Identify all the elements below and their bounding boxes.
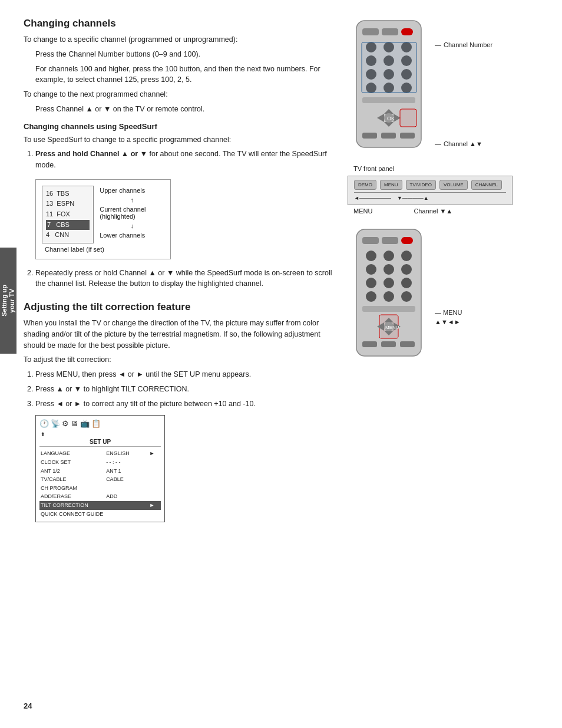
svg-rect-30 bbox=[382, 237, 398, 244]
remote-bottom-wrapper: MENU — MENU ▲▼◄► bbox=[348, 226, 513, 362]
panel-btn-tv-video: TV/VIDEO bbox=[406, 180, 436, 190]
tilt-step1: Press MENU, then press ◄ or ► until the … bbox=[35, 369, 336, 380]
setup-row-quick-connect: QUICK CONNECT GUIDE bbox=[39, 510, 161, 519]
channel-number-label: — Channel Number bbox=[435, 41, 492, 48]
panel-btn-demo: DEMO bbox=[354, 180, 376, 190]
current-channel-label: Current channel (highlighted) bbox=[100, 206, 164, 220]
left-column: Changing channels To change to a specifi… bbox=[24, 18, 336, 528]
menu-label2: — MENU bbox=[435, 309, 462, 316]
channel-va-label: Channel ▼▲ bbox=[414, 207, 452, 215]
step1-text: Press the Channel Number buttons (0–9 an… bbox=[35, 49, 336, 60]
svg-rect-24 bbox=[381, 133, 396, 139]
panel-btn-volume: VOLUME bbox=[439, 180, 468, 190]
svg-rect-44 bbox=[362, 306, 415, 312]
setup-value-tv-cable: CABLE bbox=[105, 475, 148, 484]
side-tab-text: Setting upyour TV bbox=[1, 285, 16, 317]
setup-row-ch-program: CH PROGRAM bbox=[39, 484, 161, 493]
svg-rect-54 bbox=[400, 341, 415, 347]
setup-menu-title: SET UP bbox=[39, 439, 161, 447]
remote-top-labels: — Channel Number — Channel ▲▼ bbox=[435, 18, 492, 147]
setup-icon-arrow: ⬆ bbox=[41, 431, 161, 437]
speedsurf-step1: Press and hold Channel ▲ or ▼ for about … bbox=[35, 149, 336, 171]
tilt-correction-title: Adjusting the tilt correction feature bbox=[24, 301, 336, 313]
setup-label-clock: CLOCK SET bbox=[39, 458, 105, 467]
speedsurf-steps-2: Repeatedly press or hold Channel ▲ or ▼ … bbox=[35, 268, 336, 290]
ch-13: 13 ESPN bbox=[46, 199, 90, 209]
setup-value-ant: ANT 1 bbox=[105, 467, 148, 476]
setup-value-clock: - - : - - bbox=[105, 458, 148, 467]
up-arrow: ↑ bbox=[100, 196, 164, 203]
changing-channels-intro: To change to a specific channel (program… bbox=[24, 34, 336, 45]
setup-icons: 🕐 📡 ⚙ 🖥 📺 📋 bbox=[39, 419, 161, 428]
remote-svg-bottom: MENU bbox=[348, 226, 430, 362]
speedsurf-step2: Repeatedly press or hold Channel ▲ or ▼ … bbox=[35, 268, 336, 290]
svg-point-42 bbox=[384, 291, 394, 302]
svg-point-43 bbox=[401, 291, 412, 302]
panel-labels-row: MENU Channel ▼▲ bbox=[353, 207, 513, 215]
lower-channels-label: Lower channels bbox=[100, 232, 164, 239]
channel-list-box: 16 TBS 13 ESPN 11 FOX 7 CBS 4 CNN bbox=[42, 186, 94, 243]
panel-btn-menu: MENU bbox=[380, 180, 402, 190]
tv-front-panel-label: TV front panel bbox=[353, 165, 513, 172]
svg-point-39 bbox=[384, 278, 394, 288]
svg-rect-31 bbox=[401, 237, 413, 244]
svg-text:OK: OK bbox=[387, 116, 395, 121]
svg-rect-1 bbox=[362, 28, 379, 35]
ch-16: 16 TBS bbox=[46, 189, 90, 199]
svg-point-38 bbox=[366, 278, 376, 288]
setup-row-clock: CLOCK SET - - : - - bbox=[39, 458, 161, 467]
channel-av-label: — Channel ▲▼ bbox=[435, 140, 492, 147]
setup-label-tv-cable: TV/CABLE bbox=[39, 475, 105, 484]
menu-arrows-label: ▲▼◄► bbox=[435, 318, 462, 325]
setup-value-language: ENGLISH bbox=[105, 449, 148, 458]
tilt-step2: Press ▲ or ▼ to highlight TILT CORRECTIO… bbox=[35, 384, 336, 395]
panel-bottom-row: ◄—————— ▼————▲ bbox=[354, 192, 506, 201]
setup-table: LANGUAGE ENGLISH ► CLOCK SET - - : - - A… bbox=[39, 449, 161, 518]
panel-menu-indicator: ◄—————— bbox=[354, 195, 391, 201]
svg-point-36 bbox=[384, 264, 394, 275]
setup-value-add-erase: ADD bbox=[105, 492, 148, 501]
right-column: OK — Channel Number bbox=[348, 18, 513, 528]
tv-front-panel-area: TV front panel DEMO MENU TV/VIDEO VOLUME… bbox=[348, 165, 513, 215]
setup-row-ant: ANT 1/2 ANT 1 bbox=[39, 467, 161, 476]
speedsurf-diagram: 16 TBS 13 ESPN 11 FOX 7 CBS 4 CNN Upper … bbox=[35, 179, 171, 259]
svg-point-32 bbox=[366, 251, 376, 261]
svg-point-37 bbox=[401, 264, 412, 275]
setup-label-tilt: TILT CORRECTION bbox=[39, 501, 148, 510]
changing-channels-title: Changing channels bbox=[24, 18, 336, 29]
speedsurf-title: Changing channels using SpeedSurf bbox=[24, 122, 336, 131]
svg-rect-3 bbox=[401, 28, 413, 35]
setup-arrow-language: ► bbox=[148, 449, 161, 458]
svg-point-33 bbox=[384, 251, 394, 261]
setup-label-ch-program: CH PROGRAM bbox=[39, 484, 105, 493]
main-content: Changing channels To change to a specifi… bbox=[24, 0, 550, 528]
tv-panel-buttons: DEMO MENU TV/VIDEO VOLUME CHANNEL bbox=[354, 180, 506, 190]
setup-label-add-erase: ADD/ERASE bbox=[39, 492, 105, 501]
setup-label-language: LANGUAGE bbox=[39, 449, 105, 458]
svg-rect-23 bbox=[362, 133, 377, 139]
tilt-steps: Press MENU, then press ◄ or ► until the … bbox=[35, 369, 336, 409]
setup-row-add-erase: ADD/ERASE ADD bbox=[39, 492, 161, 501]
svg-rect-27 bbox=[362, 42, 416, 93]
svg-rect-29 bbox=[362, 237, 379, 244]
setup-row-tilt: TILT CORRECTION ► bbox=[39, 501, 161, 510]
step2-intro: To change to the next programmed channel… bbox=[24, 89, 336, 100]
down-arrow: ↓ bbox=[100, 222, 164, 229]
svg-rect-16 bbox=[362, 97, 415, 103]
setup-screen: 🕐 📡 ⚙ 🖥 📺 📋 ⬆ SET UP LANGUAGE ENGLISH ► … bbox=[35, 415, 165, 522]
remote-top-area: OK — Channel Number bbox=[348, 18, 513, 153]
speedsurf-steps: Press and hold Channel ▲ or ▼ for about … bbox=[35, 149, 336, 171]
icon-clock: 🕐 bbox=[39, 419, 49, 428]
menu-label: MENU bbox=[353, 207, 372, 215]
tilt-intro: When you install the TV or change the di… bbox=[24, 318, 336, 351]
svg-point-41 bbox=[366, 291, 376, 302]
remote-svg-top: OK bbox=[348, 18, 430, 153]
setup-row-tv-cable: TV/CABLE CABLE bbox=[39, 475, 161, 484]
remote-bottom-area: MENU — MENU ▲▼◄► bbox=[348, 226, 513, 362]
remote-top-wrapper: OK — Channel Number bbox=[348, 18, 513, 153]
icon-settings: ⚙ bbox=[62, 419, 69, 428]
ch-7-highlighted: 7 CBS bbox=[46, 220, 90, 230]
svg-rect-2 bbox=[382, 28, 398, 35]
svg-rect-53 bbox=[381, 341, 396, 347]
step2-text: Press Channel ▲ or ▼ on the TV or remote… bbox=[35, 104, 336, 115]
